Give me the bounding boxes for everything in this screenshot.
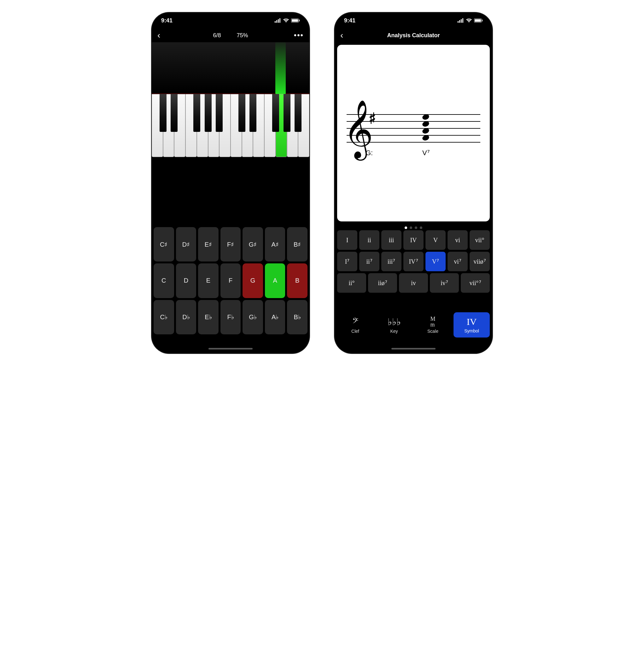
note-button[interactable]: F bbox=[220, 263, 241, 298]
roman-button[interactable]: V⁷ bbox=[425, 252, 446, 271]
chord-label: V⁷ bbox=[422, 149, 430, 157]
svg-rect-10 bbox=[462, 18, 463, 23]
note-button[interactable]: E♭ bbox=[198, 300, 219, 334]
roman-button[interactable]: vi bbox=[447, 230, 468, 250]
roman-button[interactable]: I bbox=[337, 230, 357, 250]
status-icons bbox=[458, 18, 483, 23]
roman-button[interactable]: iiø⁷ bbox=[368, 273, 397, 293]
svg-rect-1 bbox=[276, 20, 277, 23]
falling-note-beam bbox=[275, 42, 286, 94]
note-button[interactable]: E♯ bbox=[198, 227, 219, 261]
note-button[interactable]: G♯ bbox=[242, 227, 263, 261]
black-key[interactable] bbox=[249, 94, 256, 132]
nav-bar: ‹ Analysis Calculator bbox=[335, 28, 492, 42]
note-button[interactable]: B♯ bbox=[287, 227, 308, 261]
note-button[interactable]: A♭ bbox=[265, 300, 286, 334]
roman-button[interactable]: I⁷ bbox=[337, 252, 357, 271]
tab-scale[interactable]: MmScale bbox=[415, 312, 451, 337]
roman-button[interactable]: iv⁷ bbox=[430, 273, 459, 293]
black-key[interactable] bbox=[238, 94, 245, 132]
status-time: 9:41 bbox=[344, 17, 355, 24]
wifi-icon bbox=[466, 18, 472, 23]
status-time: 9:41 bbox=[161, 17, 173, 24]
flats-icon: ♭♭♭ bbox=[388, 316, 401, 327]
roman-button[interactable]: ii⁷ bbox=[359, 252, 380, 271]
battery-icon bbox=[291, 18, 300, 23]
note-button[interactable]: C♯ bbox=[153, 227, 174, 261]
back-button[interactable]: ‹ bbox=[157, 30, 160, 40]
home-indicator[interactable] bbox=[208, 348, 252, 349]
piano-display bbox=[152, 42, 309, 165]
note-button[interactable]: G bbox=[242, 263, 263, 298]
bass-clef-icon: 𝄢 bbox=[352, 316, 358, 327]
status-icons bbox=[275, 18, 300, 23]
wifi-icon bbox=[283, 18, 289, 23]
cell-signal-icon bbox=[458, 18, 464, 23]
roman-icon: IV bbox=[467, 316, 477, 327]
note-button[interactable]: A♯ bbox=[265, 227, 286, 261]
more-button[interactable]: ••• bbox=[294, 31, 304, 40]
home-indicator[interactable] bbox=[392, 348, 436, 349]
black-key[interactable] bbox=[272, 94, 279, 132]
roman-button[interactable]: ii bbox=[359, 230, 380, 250]
note-button[interactable]: A bbox=[265, 263, 286, 298]
svg-rect-3 bbox=[280, 18, 280, 23]
tab-clef[interactable]: 𝄢Clef bbox=[337, 312, 373, 337]
phone-screen-1: 9:41 ‹ 6/8 75% ••• C♯D♯E♯F♯G♯A♯B♯CDEFGAB… bbox=[152, 13, 309, 353]
tab-label: Key bbox=[390, 329, 398, 334]
note-button[interactable]: F♯ bbox=[220, 227, 241, 261]
note-button[interactable]: F♭ bbox=[220, 300, 241, 334]
black-key[interactable] bbox=[216, 94, 223, 132]
score-card[interactable]: 𝄞 ♯ G: V⁷ bbox=[337, 45, 490, 221]
phone-screen-2: 9:41 ‹ Analysis Calculator 𝄞 ♯ G: V⁷ bbox=[335, 13, 492, 353]
roman-button[interactable]: iv bbox=[399, 273, 428, 293]
svg-rect-8 bbox=[459, 20, 460, 23]
black-key[interactable] bbox=[171, 94, 178, 132]
roman-button[interactable]: iii⁷ bbox=[381, 252, 402, 271]
note-answer-grid: C♯D♯E♯F♯G♯A♯B♯CDEFGABC♭D♭E♭F♭G♭A♭B♭ bbox=[152, 227, 309, 334]
svg-rect-6 bbox=[299, 19, 300, 21]
note-button[interactable]: E bbox=[198, 263, 219, 298]
black-key[interactable] bbox=[205, 94, 212, 132]
note-button[interactable]: G♭ bbox=[242, 300, 263, 334]
staff bbox=[347, 114, 480, 142]
black-key[interactable] bbox=[284, 94, 291, 132]
back-button[interactable]: ‹ bbox=[340, 30, 343, 40]
roman-button[interactable]: vii° bbox=[469, 230, 490, 250]
notch bbox=[196, 13, 265, 23]
roman-button[interactable]: vii°⁷ bbox=[461, 273, 490, 293]
roman-button[interactable]: ii° bbox=[337, 273, 366, 293]
svg-rect-0 bbox=[275, 21, 276, 23]
tab-key[interactable]: ♭♭♭Key bbox=[376, 312, 412, 337]
roman-button[interactable]: IV bbox=[403, 230, 424, 250]
note-button[interactable]: D bbox=[176, 263, 197, 298]
note-button[interactable]: C bbox=[153, 263, 174, 298]
svg-rect-5 bbox=[292, 19, 298, 22]
bottom-tab-bar: 𝄢Clef♭♭♭KeyMmScaleIVSymbol bbox=[335, 312, 492, 337]
progress-label: 6/8 bbox=[213, 32, 221, 39]
note-button[interactable]: D♭ bbox=[176, 300, 197, 334]
battery-icon bbox=[474, 18, 483, 23]
roman-numeral-keypad: IiiiiiIVVvivii° I⁷ii⁷iii⁷IV⁷V⁷vi⁷viiø⁷ i… bbox=[335, 230, 492, 293]
note-button[interactable]: D♯ bbox=[176, 227, 197, 261]
page-indicator[interactable] bbox=[335, 224, 492, 230]
tab-label: Symbol bbox=[464, 328, 479, 333]
roman-button[interactable]: V bbox=[425, 230, 446, 250]
svg-rect-2 bbox=[278, 19, 279, 23]
note-button[interactable]: B♭ bbox=[287, 300, 308, 334]
note-button[interactable]: B bbox=[287, 263, 308, 298]
nav-bar: ‹ 6/8 75% ••• bbox=[152, 28, 309, 42]
key-label: G: bbox=[365, 149, 373, 157]
tab-symbol[interactable]: IVSymbol bbox=[453, 312, 490, 337]
svg-rect-9 bbox=[461, 19, 462, 23]
black-key[interactable] bbox=[193, 94, 200, 132]
roman-button[interactable]: iii bbox=[381, 230, 402, 250]
roman-button[interactable]: vi⁷ bbox=[447, 252, 468, 271]
cell-signal-icon bbox=[275, 18, 281, 23]
note-button[interactable]: C♭ bbox=[153, 300, 174, 334]
roman-button[interactable]: IV⁷ bbox=[403, 252, 424, 271]
tab-label: Scale bbox=[427, 329, 438, 334]
roman-button[interactable]: viiø⁷ bbox=[469, 252, 490, 271]
black-key[interactable] bbox=[159, 94, 167, 132]
black-key[interactable] bbox=[295, 94, 302, 132]
